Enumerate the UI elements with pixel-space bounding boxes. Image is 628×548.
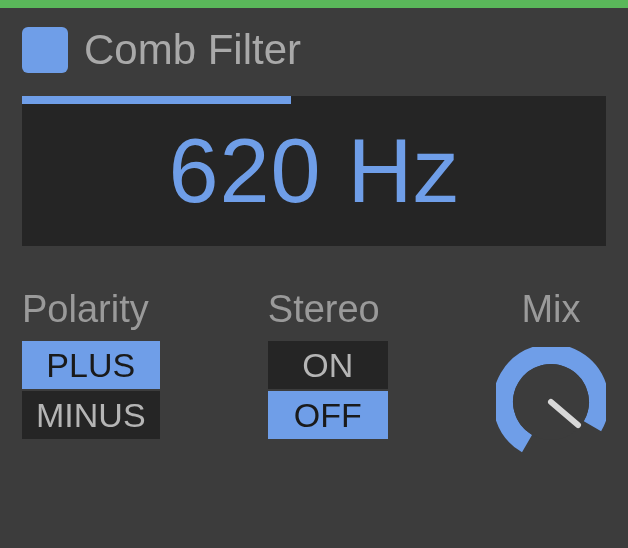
polarity-label: Polarity (22, 288, 160, 331)
stereo-toggle[interactable]: ON OFF (268, 341, 388, 439)
polarity-control: Polarity PLUS MINUS (22, 288, 160, 439)
polarity-option-plus[interactable]: PLUS (22, 341, 160, 389)
stereo-option-on[interactable]: ON (268, 341, 388, 389)
mix-control: Mix (496, 288, 606, 461)
knob-icon (496, 347, 606, 457)
frequency-display[interactable]: 620 Hz (22, 96, 606, 246)
comb-filter-panel: Comb Filter 620 Hz Polarity PLUS MINUS S… (0, 8, 628, 483)
stereo-control: Stereo ON OFF (268, 288, 388, 439)
frequency-value: 620 Hz (168, 120, 459, 223)
polarity-option-minus[interactable]: MINUS (22, 391, 160, 439)
frequency-fill-bar (22, 96, 291, 104)
stereo-option-off[interactable]: OFF (268, 391, 388, 439)
mix-label: Mix (521, 288, 580, 331)
controls-row: Polarity PLUS MINUS Stereo ON OFF Mix (22, 288, 606, 461)
polarity-toggle[interactable]: PLUS MINUS (22, 341, 160, 439)
stereo-label: Stereo (268, 288, 388, 331)
window-top-accent (0, 0, 628, 8)
panel-title: Comb Filter (84, 26, 301, 74)
mix-knob[interactable] (496, 347, 606, 461)
enable-toggle[interactable] (22, 27, 68, 73)
header: Comb Filter (22, 26, 606, 74)
